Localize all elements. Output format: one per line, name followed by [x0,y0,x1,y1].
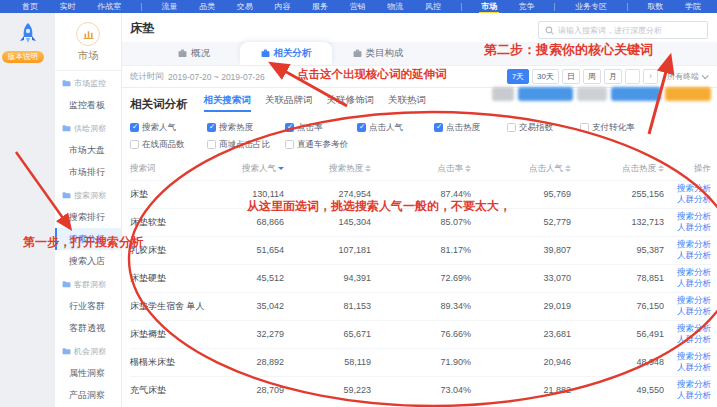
sidebar-item-客群透视[interactable]: 客群透视 [55,317,121,339]
col-header-搜索人气[interactable]: 搜索人气 [202,158,284,180]
nav-item-物流[interactable]: 物流 [385,0,405,13]
sort-icon[interactable] [365,165,371,172]
sidebar-item-产品洞察[interactable]: 产品洞察 [55,384,121,406]
date-pill-日[interactable]: 日 [562,69,580,84]
action-link-搜索分析[interactable]: 搜索分析 [664,351,711,362]
nav-item-服务[interactable]: 服务 [310,0,330,13]
checkbox-icon[interactable] [207,123,216,132]
col-header-点击热度[interactable]: 点击热度 [571,158,664,180]
nav-item-营销[interactable]: 营销 [348,0,368,13]
action-link-人群分析[interactable]: 人群分析 [664,362,711,373]
sidebar-group-供给洞察[interactable]: 供给洞察 [55,118,121,139]
date-pill-30天[interactable]: 30天 [532,69,559,84]
action-link-搜索分析[interactable]: 搜索分析 [664,211,711,222]
sidebar-item-市场排行[interactable]: 市场排行 [55,161,121,183]
checkbox-icon[interactable] [434,123,443,132]
sidebar-group-客群洞察[interactable]: 客群洞察 [55,274,121,295]
checkbox-icon[interactable] [130,140,139,149]
metric-支付转化率[interactable]: 支付转化率 [580,122,717,134]
sidebar-item-搜索排行[interactable]: 搜索排行 [55,206,121,228]
date-pill-7天[interactable]: 7天 [507,69,529,84]
nav-item-品类[interactable]: 品类 [197,0,217,13]
nav-item-实时[interactable]: 实时 [58,0,78,13]
metric-搜索热度[interactable]: 搜索热度 [207,122,285,134]
section-tab-相关搜索词[interactable]: 相关搜索词 [204,94,252,112]
action-link-搜索分析[interactable]: 搜索分析 [664,323,711,334]
metric-交易指数[interactable]: 交易指数 [507,122,580,134]
terminal-dropdown[interactable]: 所有终端 [667,71,707,82]
version-badge[interactable]: 版本说明 [2,51,44,63]
search-box[interactable] [538,21,708,39]
section-tab-关联修饰词[interactable]: 关联修饰词 [327,94,375,112]
sidebar-item-搜索入店[interactable]: 搜索入店 [55,250,121,272]
next-period-button[interactable]: › [643,69,658,84]
rocket-icon[interactable] [17,22,39,48]
search-input[interactable] [558,26,701,35]
nav-item-取数[interactable]: 取数 [645,0,665,13]
checkbox-icon[interactable] [285,140,294,149]
action-link-人群分析[interactable]: 人群分析 [664,334,711,345]
action-link-人群分析[interactable]: 人群分析 [664,250,711,261]
sidebar-item-监控看板[interactable]: 监控看板 [55,94,121,116]
action-link-搜索分析[interactable]: 搜索分析 [664,295,711,306]
action-link-搜索分析[interactable]: 搜索分析 [664,379,711,390]
action-link-人群分析[interactable]: 人群分析 [664,306,711,317]
sort-icon[interactable] [565,165,571,172]
nav-item-风控[interactable]: 风控 [423,0,443,13]
sidebar-item-搜索分析[interactable]: 搜索分析 [55,228,121,250]
date-picker-box[interactable] [625,69,640,84]
sidebar-item-行业客群[interactable]: 行业客群 [55,295,121,317]
section-tab-关联热词[interactable]: 关联热词 [388,94,426,112]
metric-在线商品数[interactable]: 在线商品数 [130,139,207,151]
nav-item-业务专区[interactable]: 业务专区 [573,0,609,13]
checkbox-icon[interactable] [507,123,516,132]
date-pill-月[interactable]: 月 [604,69,622,84]
action-link-人群分析[interactable]: 人群分析 [664,390,711,401]
cell-click_heat: 48,948 [571,348,664,376]
nav-item-内容[interactable]: 内容 [272,0,292,13]
metric-商城点击占比[interactable]: 商城点击占比 [207,139,285,151]
sidebar-group-搜索洞察[interactable]: 搜索洞察 [55,185,121,206]
checkbox-icon[interactable] [357,123,366,132]
folder-icon [62,347,71,356]
sort-icon[interactable] [278,167,284,170]
cell-ctr: 76.66% [371,320,471,348]
tab-相关分析[interactable]: 相关分析 [240,42,332,65]
action-link-人群分析[interactable]: 人群分析 [664,222,711,233]
action-link-人群分析[interactable]: 人群分析 [664,278,711,289]
sidebar-item-属性洞察[interactable]: 属性洞察 [55,362,121,384]
stats-time-range: 2019-07-20 ~ 2019-07-26 [168,72,265,82]
col-header-点击人气[interactable]: 点击人气 [471,158,571,180]
metric-直通车参考价[interactable]: 直通车参考价 [285,139,357,151]
section-tab-关联品牌词[interactable]: 关联品牌词 [265,94,313,112]
sidebar-group-市场监控[interactable]: 市场监控 [55,73,121,94]
tab-概况[interactable]: 概况 [148,42,240,65]
nav-item-竞争[interactable]: 竞争 [517,0,537,13]
checkbox-icon[interactable] [580,123,589,132]
action-link-搜索分析[interactable]: 搜索分析 [664,239,711,250]
date-pill-周[interactable]: 周 [583,69,601,84]
checkbox-icon[interactable] [130,123,139,132]
col-header-搜索热度[interactable]: 搜索热度 [284,158,371,180]
nav-item-作战室[interactable]: 作战室 [95,0,123,13]
action-link-搜索分析[interactable]: 搜索分析 [664,267,711,278]
sidebar-item-市场大盘[interactable]: 市场大盘 [55,139,121,161]
action-link-搜索分析[interactable]: 搜索分析 [664,183,711,194]
nav-item-学院[interactable]: 学院 [683,0,703,13]
action-link-人群分析[interactable]: 人群分析 [664,194,711,205]
sort-icon[interactable] [465,165,471,172]
metric-点击率[interactable]: 点击率 [285,122,357,134]
checkbox-icon[interactable] [207,140,216,149]
sort-icon[interactable] [658,165,664,172]
nav-item-首页[interactable]: 首页 [20,0,40,13]
metric-点击人气[interactable]: 点击人气 [357,122,434,134]
nav-item-流量[interactable]: 流量 [160,0,180,13]
checkbox-icon[interactable] [285,123,294,132]
sidebar-group-机会洞察[interactable]: 机会洞察 [55,341,121,362]
col-header-点击率[interactable]: 点击率 [371,158,471,180]
nav-item-交易[interactable]: 交易 [235,0,255,13]
metric-搜索人气[interactable]: 搜索人气 [130,122,207,134]
nav-item-市场[interactable]: 市场 [479,0,499,13]
metric-点击热度[interactable]: 点击热度 [434,122,507,134]
tab-类目构成[interactable]: 类目构成 [332,42,424,65]
